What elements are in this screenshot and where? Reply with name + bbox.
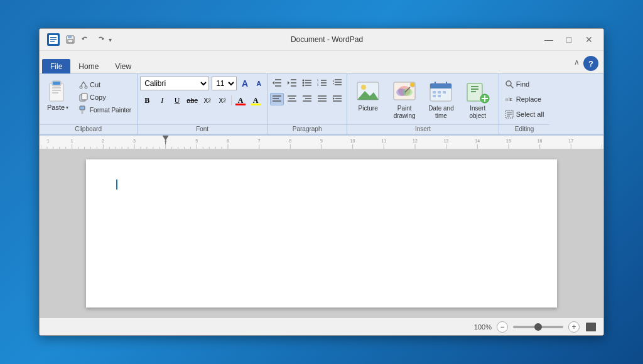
close-button[interactable]: ✕ — [580, 33, 598, 46]
insert-group: Picture Paint drawing — [347, 74, 499, 134]
rtl-button[interactable] — [330, 93, 344, 105]
font-name-select[interactable]: Calibri — [140, 77, 209, 90]
svg-rect-22 — [80, 106, 85, 110]
svg-rect-14 — [52, 92, 58, 94]
insert-label: Insert — [347, 124, 499, 134]
indent-decrease-button[interactable] — [270, 77, 284, 89]
svg-text:12: 12 — [413, 138, 418, 142]
datetime-icon — [428, 80, 453, 105]
subscript-button[interactable]: X2 — [200, 94, 214, 107]
tab-view[interactable]: View — [107, 59, 139, 73]
zoom-level: 100% — [474, 323, 492, 331]
redo-button[interactable] — [94, 33, 107, 46]
svg-text:14: 14 — [475, 138, 480, 142]
insert-picture-button[interactable]: Picture — [350, 77, 386, 115]
insert-object-button[interactable]: Insert object — [460, 77, 496, 123]
svg-point-34 — [303, 85, 305, 87]
strikethrough-button[interactable]: abc — [185, 94, 199, 107]
svg-text:9: 9 — [320, 138, 323, 142]
svg-rect-88 — [471, 91, 476, 92]
svg-text:c: c — [509, 96, 512, 102]
svg-rect-80 — [433, 91, 436, 94]
underline-button[interactable]: U — [170, 94, 184, 107]
replace-icon: ab c — [505, 95, 514, 104]
editing-group: Find ab c Replace Select — [499, 74, 550, 134]
tab-home[interactable]: Home — [70, 59, 107, 73]
editing-label: Editing — [499, 124, 550, 134]
quick-access-toolbar: ▾ — [45, 31, 114, 48]
align-left-button[interactable] — [270, 93, 284, 105]
select-all-button[interactable]: Select all — [502, 108, 548, 120]
align-right-button[interactable] — [300, 93, 314, 105]
justify-button[interactable] — [315, 93, 329, 105]
svg-marker-64 — [333, 97, 335, 100]
select-all-icon — [505, 110, 514, 119]
font-name-row: Calibri 11 A A — [140, 77, 264, 90]
picture-icon — [355, 80, 381, 105]
paragraph-group: 1. 2. 3. — [267, 74, 347, 134]
bold-button[interactable]: B — [140, 94, 154, 107]
cut-button[interactable]: Cut — [76, 79, 134, 90]
line-spacing-button[interactable] — [330, 77, 344, 89]
datetime-label: Date and time — [428, 105, 454, 120]
svg-rect-86 — [471, 86, 478, 87]
save-button[interactable] — [63, 33, 77, 46]
paste-button[interactable]: Paste ▾ — [42, 77, 73, 113]
help-button[interactable]: ? — [583, 56, 598, 71]
format-painter-button[interactable]: Format Painter — [76, 104, 134, 115]
svg-rect-13 — [52, 90, 61, 91]
svg-text:17: 17 — [568, 138, 573, 142]
collapse-ribbon-button[interactable]: ∧ — [574, 58, 580, 67]
qa-dropdown-button[interactable]: ▾ — [109, 36, 112, 43]
svg-rect-82 — [443, 91, 446, 94]
svg-point-32 — [303, 80, 305, 82]
highlight-button[interactable]: A — [249, 94, 262, 107]
paste-dropdown-arrow: ▾ — [66, 105, 68, 110]
bullets-button[interactable] — [300, 77, 314, 89]
svg-text:3: 3 — [133, 138, 136, 142]
find-button[interactable]: Find — [502, 78, 532, 90]
zoom-out-button[interactable]: − — [497, 321, 508, 333]
insert-paint-button[interactable]: Paint drawing — [386, 77, 423, 123]
svg-text:5: 5 — [195, 138, 198, 142]
clipboard-label: Clipboard — [40, 124, 137, 134]
font-color-button[interactable]: A — [234, 94, 247, 107]
svg-rect-15 — [53, 82, 60, 85]
svg-point-66 — [361, 85, 366, 90]
object-label: Insert object — [469, 105, 486, 120]
align-center-button[interactable] — [285, 93, 299, 105]
zoom-in-button[interactable]: + — [568, 321, 580, 333]
minimize-button[interactable]: — — [539, 33, 558, 46]
font-shrink-button[interactable]: A — [253, 78, 264, 89]
insert-datetime-button[interactable]: Date and time — [423, 77, 460, 123]
copy-button[interactable]: Copy — [76, 92, 134, 103]
view-mode-button[interactable] — [585, 321, 597, 333]
document-page[interactable] — [86, 159, 557, 308]
svg-point-33 — [303, 82, 305, 84]
status-bar: 100% − + — [40, 318, 603, 335]
font-grow-button[interactable]: A — [239, 78, 251, 89]
svg-marker-48 — [333, 83, 334, 85]
text-cursor — [116, 179, 117, 190]
paste-label: Paste — [47, 104, 65, 111]
indent-increase-button[interactable] — [285, 77, 299, 89]
document-area[interactable] — [40, 149, 603, 318]
numbering-button[interactable]: 1. 2. 3. — [315, 77, 329, 89]
maximize-button[interactable]: □ — [559, 33, 578, 46]
copy-icon — [79, 93, 88, 102]
svg-rect-12 — [52, 87, 61, 88]
para-align-row: 1. 2. 3. — [270, 77, 344, 89]
zoom-slider[interactable] — [513, 326, 563, 328]
svg-text:8: 8 — [289, 138, 291, 142]
italic-button[interactable]: I — [155, 94, 169, 107]
zoom-thumb[interactable] — [534, 323, 542, 331]
svg-line-18 — [81, 82, 84, 86]
font-size-select[interactable]: 11 — [212, 77, 237, 90]
paint-icon — [392, 80, 417, 105]
replace-button[interactable]: ab c Replace — [502, 93, 544, 105]
svg-rect-87 — [471, 88, 478, 90]
paste-icon — [46, 78, 69, 104]
undo-button[interactable] — [78, 33, 92, 46]
superscript-button[interactable]: X2 — [215, 94, 229, 107]
tab-file[interactable]: File — [42, 59, 70, 73]
